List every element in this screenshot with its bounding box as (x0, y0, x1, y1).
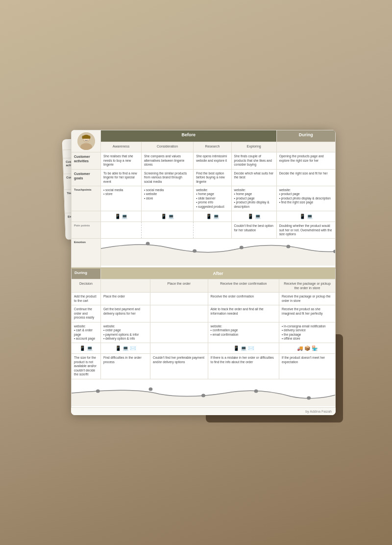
touch2-decision: website:• cart & order page• account pag… (72, 322, 101, 343)
svg-point-12 (240, 246, 244, 249)
devices-exploring: 📱 💻 (231, 211, 276, 222)
phase-d1 (101, 279, 150, 293)
phase-consideration: Consideration (141, 142, 193, 152)
after-section: During After Decision Place the order Re… (71, 268, 336, 408)
phase-receive-package: Receive the package or pickup the order … (279, 279, 335, 293)
pain2-order1: Find difficulties in the order process (101, 354, 150, 379)
activity-research: She opens intimissimi website and explor… (194, 152, 231, 169)
dev2-confirm: 📱 💻 ✉️ (208, 343, 279, 354)
card-front: Before During Awareness Consideration Re… (71, 130, 336, 415)
svg-point-13 (286, 245, 290, 248)
goal2-package: Receive the product as she imagined and … (279, 305, 335, 322)
touch2-confirm: website:• confirmation page• email confi… (208, 322, 279, 343)
goal-exploring: Decide which what suits her the best (231, 169, 276, 186)
goal-awareness: To be able to find a new lingerie for he… (101, 169, 142, 186)
dev2-order: 📱 💻 ✉️ (101, 343, 150, 354)
goal2-order: Get the best payment and delivery option… (101, 305, 150, 322)
dev2-decision: 📱 💻 (72, 343, 101, 354)
act2-place-order (150, 293, 208, 305)
phase-receive-confirm: Receive the order confirmation (208, 279, 279, 293)
pain2-confirm: If there is a mistake in her order or di… (208, 354, 279, 379)
during-label-2: During (72, 268, 101, 279)
svg-point-19 (307, 396, 311, 399)
pain2-order2: Couldn't find her preferable payment and… (150, 354, 208, 379)
touch2-place (150, 322, 208, 343)
avatar (77, 132, 95, 150)
before-section-header: Before (101, 130, 277, 142)
touch-during: website:• product page• product photo di… (276, 186, 335, 211)
after-section-header: After (101, 268, 336, 279)
pain-awareness (101, 222, 142, 239)
touch-awareness: • social media• store (101, 186, 142, 211)
phase-awareness: Awareness (101, 142, 142, 152)
goal-during: Decide the right size and fit for her (276, 169, 335, 186)
act2-decision: Add the product to the cart (72, 293, 101, 305)
touch-exploring: website:• home page• product page• produ… (231, 186, 276, 211)
goal-consideration: Screening the similar products from vari… (141, 169, 193, 186)
phase-place-order: Place the order (150, 279, 208, 293)
devices-consideration: 📱 💻 (141, 211, 193, 222)
act2-confirm: Receive the order confirmation (208, 293, 279, 305)
pain-exploring: Couldn't find the best option for her si… (231, 222, 276, 239)
emotion-curve-after (72, 379, 336, 407)
goal2-confirm: Able to track the order and find all the… (208, 305, 279, 322)
activity-awareness: She realises that she needs to buy a new… (101, 152, 142, 169)
svg-point-10 (146, 242, 150, 246)
pain-during: Doubting whether the product would suit … (276, 222, 335, 239)
touch2-order: website:• order page• payment options & … (101, 322, 150, 343)
goal2-place (150, 305, 208, 322)
document-container: Before During Awareness Consideration Re… (56, 130, 336, 415)
emotion-curve-cell (101, 239, 336, 267)
pain2-package: If the product doesn't meet her expectat… (279, 354, 335, 379)
goal-research: Find the best option before buying a new… (194, 169, 231, 186)
devices-label (72, 211, 101, 222)
touchpoints-row-label: Touchpoints (72, 186, 101, 211)
phase-during (276, 142, 335, 152)
svg-point-17 (201, 394, 205, 397)
devices-awareness: 📱 💻 (101, 211, 142, 222)
pain2-decision: The size for the product is not availabl… (72, 354, 101, 379)
activity-exploring: She finds couple of products that she li… (231, 152, 276, 169)
activity-during: Opening the products page and explore th… (276, 152, 335, 169)
svg-point-15 (96, 389, 100, 393)
svg-point-16 (148, 387, 152, 391)
phase-decision-sub: Decision (72, 279, 101, 293)
dev2-package: 🚚 📦 🏪 (279, 343, 335, 354)
svg-point-18 (254, 389, 258, 393)
during-section-header: During (276, 130, 335, 142)
emotion-label: Emotion (72, 239, 101, 267)
touch2-package: • in-consegna email notification• delive… (279, 322, 335, 343)
activities-row-label: Customer activities (72, 152, 101, 169)
touch-research: website:• home page• slide banner• promo… (194, 186, 231, 211)
touch-consideration: • social media• website• store (141, 186, 193, 211)
goals-row-label: Customer goals (72, 169, 101, 186)
activity-consideration: She compares and values alternatives bet… (141, 152, 193, 169)
persona-avatar-cell (72, 130, 101, 152)
goal2-decision: Continue the order and process easily (72, 305, 101, 322)
act2-package: Receive the package or pickup the order … (279, 293, 335, 305)
devices-research: 📱 💻 (194, 211, 231, 222)
pain-consideration (141, 222, 193, 239)
devices-during: 📱 💻 (276, 211, 335, 222)
svg-point-11 (193, 249, 196, 253)
dev2-place (150, 343, 208, 354)
act2-decision2: Place the order (101, 293, 150, 305)
pain-points-label: Pain points (72, 222, 101, 239)
phase-research: Research (194, 142, 231, 152)
pain-research (194, 222, 231, 239)
footer: by Addina Faizah (71, 408, 336, 415)
phase-exploring: Exploring (231, 142, 276, 152)
